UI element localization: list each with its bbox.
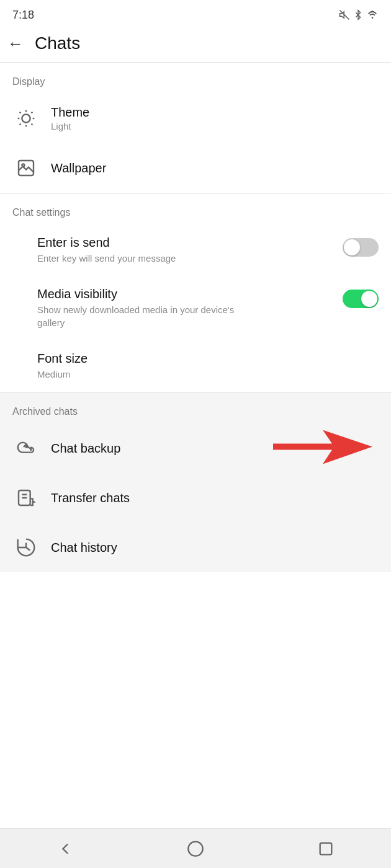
transfer-chats-title: Transfer chats	[51, 491, 130, 505]
chat-settings-label: Chat settings	[0, 193, 391, 224]
chat-backup-text: Chat backup	[51, 441, 120, 456]
chat-history-title: Chat history	[51, 541, 117, 555]
svg-line-17	[31, 112, 32, 113]
page-title: Chats	[35, 33, 80, 53]
back-nav-icon	[56, 840, 74, 857]
square-nav-icon	[317, 840, 335, 857]
svg-rect-26	[320, 843, 332, 854]
font-size-subtitle: Medium	[37, 368, 248, 381]
theme-subtitle: Light	[51, 121, 89, 131]
transfer-svg	[16, 488, 36, 508]
media-visibility-knob	[361, 291, 377, 307]
wallpaper-svg	[16, 158, 36, 178]
display-section: Display Theme Light	[0, 63, 391, 193]
theme-svg	[16, 108, 36, 128]
font-size-text: Font size Medium	[37, 352, 379, 381]
theme-title: Theme	[51, 105, 89, 120]
status-time: 7:18	[12, 9, 34, 22]
bottom-nav	[0, 828, 391, 868]
wifi-icon	[366, 10, 379, 20]
wallpaper-title: Wallpaper	[51, 161, 106, 175]
theme-text: Theme Light	[51, 105, 89, 131]
media-visibility-item[interactable]: Media visibility Show newly downloaded m…	[0, 276, 391, 340]
enter-is-send-item[interactable]: Enter is send Enter key will send your m…	[0, 224, 391, 276]
svg-point-1	[372, 17, 374, 19]
chat-settings-section: Chat settings Enter is send Enter key wi…	[0, 193, 391, 392]
history-svg	[16, 538, 36, 557]
chat-backup-container: Chat backup	[0, 423, 391, 473]
svg-point-9	[22, 114, 30, 122]
square-nav-button[interactable]	[307, 830, 344, 867]
home-nav-button[interactable]	[177, 830, 214, 867]
mute-icon	[339, 9, 350, 20]
wallpaper-text: Wallpaper	[51, 161, 106, 175]
back-button[interactable]: ←	[7, 34, 24, 53]
theme-icon	[12, 105, 40, 132]
transfer-icon	[12, 484, 40, 512]
enter-is-send-title: Enter is send	[37, 236, 333, 250]
chat-backup-item[interactable]: Chat backup	[0, 423, 391, 473]
media-visibility-title: Media visibility	[37, 287, 333, 301]
transfer-chats-item[interactable]: Transfer chats	[0, 473, 391, 523]
svg-line-13	[31, 123, 32, 125]
chat-history-item[interactable]: Chat history	[0, 523, 391, 572]
transfer-chats-text: Transfer chats	[51, 491, 130, 505]
enter-is-send-text: Enter is send Enter key will send your m…	[37, 236, 333, 265]
font-size-title: Font size	[37, 352, 379, 366]
media-visibility-text: Media visibility Show newly downloaded m…	[37, 287, 333, 329]
wallpaper-menu-item[interactable]: Wallpaper	[0, 143, 391, 193]
media-visibility-toggle[interactable]	[343, 290, 379, 308]
status-bar: 7:18 VoLTE 27%	[0, 0, 391, 27]
chat-history-text: Chat history	[51, 541, 117, 555]
theme-menu-item[interactable]: Theme Light	[0, 94, 391, 143]
bluetooth-icon	[353, 9, 363, 20]
display-section-label: Display	[0, 63, 391, 94]
enter-is-send-subtitle: Enter key will send your message	[37, 252, 248, 265]
wallpaper-icon	[12, 154, 40, 182]
enter-is-send-toggle[interactable]	[343, 238, 379, 257]
media-visibility-subtitle: Show newly downloaded media in your devi…	[37, 303, 248, 329]
cloud-upload-icon	[12, 435, 40, 462]
header: ← Chats	[0, 27, 391, 63]
enter-is-send-knob	[344, 239, 360, 255]
archived-chats-label: Archived chats	[0, 392, 391, 423]
svg-line-16	[20, 123, 21, 125]
svg-point-25	[188, 841, 202, 856]
back-nav-button[interactable]	[47, 830, 84, 867]
chat-backup-title: Chat backup	[51, 441, 120, 456]
svg-line-12	[20, 112, 21, 113]
font-size-item[interactable]: Font size Medium	[0, 340, 391, 392]
cloud-upload-svg	[16, 438, 36, 458]
history-icon	[12, 534, 40, 561]
home-nav-icon	[187, 840, 204, 857]
archived-chats-section: Archived chats Chat backup	[0, 392, 391, 572]
status-icons: VoLTE 27%	[339, 9, 379, 20]
svg-point-19	[22, 164, 24, 166]
